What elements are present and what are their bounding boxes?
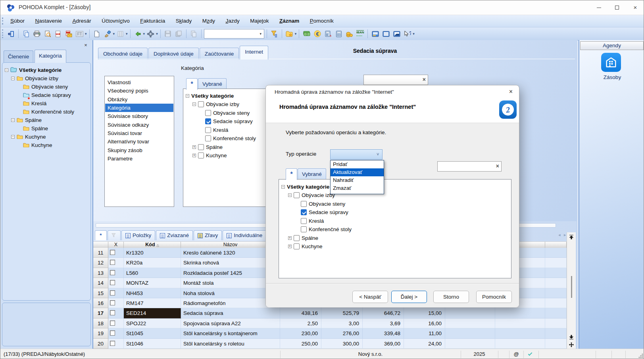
gear-icon[interactable]	[146, 29, 156, 39]
category-search-input[interactable]: ×	[363, 75, 428, 85]
copy-record-icon[interactable]	[189, 29, 199, 39]
maximize-button[interactable]	[608, 0, 626, 15]
tree-item[interactable]: −Všetky kategórie	[186, 92, 234, 100]
folder-favorites-dropdown-icon[interactable]: ▾	[295, 32, 297, 36]
close-button[interactable]: ×	[626, 0, 644, 15]
expand-icon[interactable]: +	[192, 145, 196, 149]
tree-item[interactable]: −Obývacie izby	[11, 74, 58, 83]
next-button[interactable]: Ďalej >	[391, 291, 427, 303]
expand-icon[interactable]: +	[288, 245, 292, 248]
columns-dropdown-icon[interactable]: ▾	[126, 32, 128, 36]
checkbox-checked[interactable]	[301, 209, 307, 215]
back-dropdown-icon[interactable]: ▾	[143, 32, 145, 36]
tree-item[interactable]: Sedacie súpravy	[299, 208, 348, 216]
tree-item[interactable]: −Obývacie izby	[192, 100, 239, 108]
option-aktualizovat-selected[interactable]: Aktualizovať	[331, 168, 384, 176]
checkbox-unchecked[interactable]	[301, 218, 307, 224]
collapse-icon[interactable]: −	[288, 193, 292, 197]
tree-item[interactable]: Konferenčné stoly	[23, 108, 74, 116]
collapse-icon[interactable]: −	[5, 68, 8, 72]
expand-icon[interactable]: +	[192, 154, 196, 157]
table-row[interactable]: 18SPOJ22Spojovacia súprava A222,503,003,…	[93, 318, 567, 328]
option-nahradit[interactable]: Nahradiť	[331, 176, 384, 184]
row-checkbox[interactable]	[110, 320, 115, 326]
menu-pomocnik[interactable]: Pomocník	[306, 15, 338, 27]
menu-nastavenie[interactable]: Nastavenie	[31, 15, 67, 27]
checkbox-unchecked[interactable]	[205, 110, 211, 116]
status-company[interactable]: Nový s.r.o.	[280, 349, 461, 359]
checkbox-unchecked[interactable]	[198, 152, 204, 158]
list-item[interactable]: Súvisiace odkazy	[105, 121, 173, 129]
row-checkbox[interactable]	[110, 280, 115, 285]
back-icon[interactable]	[133, 29, 143, 39]
chevron-down-icon[interactable]: ˅	[377, 152, 381, 156]
list-item[interactable]: Všeobecný popis	[105, 87, 173, 95]
menu-sklady[interactable]: Sklady	[171, 15, 196, 27]
tab-scroll-right-icon[interactable]: ▸	[564, 232, 566, 237]
tree-item[interactable]: Kreslá	[23, 99, 46, 108]
row-checkbox[interactable]	[110, 310, 115, 315]
collapse-icon[interactable]: −	[281, 185, 285, 189]
collapse-icon[interactable]: −	[192, 102, 196, 106]
pdf-icon[interactable]: PDF	[53, 29, 63, 39]
tree-item[interactable]: +Kuchyne	[192, 151, 227, 160]
tab-all-records[interactable]: *	[95, 230, 107, 240]
checkbox-unchecked[interactable]	[301, 226, 307, 232]
table-row-selected[interactable]: 17SED214Sedacia súprava438,16525,79646,7…	[93, 308, 567, 318]
row-checkbox[interactable]	[110, 250, 115, 255]
vertical-scrollbar[interactable]	[567, 232, 576, 349]
monitor-panel-icon[interactable]	[370, 29, 380, 39]
exit-icon[interactable]	[6, 29, 16, 39]
ft-export-dropdown-icon[interactable]: ▾	[85, 32, 87, 36]
tree-item[interactable]: Konferenčné stoly	[299, 225, 352, 234]
row-checkbox[interactable]	[110, 341, 115, 346]
tree-item[interactable]: Kreslá	[203, 126, 228, 134]
gear-dropdown-icon[interactable]: ▾	[156, 32, 158, 36]
row-checkbox[interactable]	[110, 260, 115, 265]
tree-item[interactable]: −Obývacie izby	[288, 191, 335, 199]
print-preview-icon[interactable]	[42, 29, 52, 39]
list-item[interactable]: Alternatívny tovar	[105, 137, 173, 146]
menu-mzdy[interactable]: Mzdy	[198, 15, 219, 27]
monitor-table-icon[interactable]	[381, 29, 391, 39]
combobox-dropdown-icon[interactable]: ▾	[258, 29, 264, 38]
list-item[interactable]: Súvisiaci tovar	[105, 129, 173, 137]
new-record-icon[interactable]	[92, 29, 102, 39]
scroll-first-record-icon[interactable]	[569, 235, 574, 239]
tab-internet[interactable]: Internet	[240, 46, 268, 60]
euro-icon[interactable]: €	[312, 29, 322, 39]
brush-icon[interactable]	[103, 29, 113, 39]
table-row[interactable]: 19St1045Stôl kancelársky s kontajnerom23…	[93, 328, 567, 338]
menu-adresar[interactable]: Adresár	[68, 15, 96, 27]
table-row[interactable]: 20St1046Stôl kancelársky s roletou250,00…	[93, 339, 567, 349]
tree-item[interactable]: Obývacie steny	[299, 200, 345, 208]
scrollbar-thumb[interactable]	[571, 276, 572, 298]
tree-item[interactable]: Kuchyne	[23, 141, 52, 149]
collapse-icon[interactable]: −	[11, 77, 15, 80]
list-item-selected[interactable]: Kategória	[105, 104, 173, 112]
operation-type-combobox[interactable]: ˅	[330, 149, 383, 160]
row-checkbox[interactable]	[110, 330, 115, 336]
minimize-button[interactable]	[590, 0, 608, 15]
tab-clenenie[interactable]: Členenie	[4, 50, 33, 62]
menu-jazdy[interactable]: Jazdy	[221, 15, 244, 27]
help-dropdown-icon[interactable]: ▾	[413, 32, 415, 36]
menu-fakturacia[interactable]: Fakturácia	[136, 15, 169, 27]
list-item[interactable]: Skupiny zásob	[105, 146, 173, 154]
list-item[interactable]: Súvisiace súbory	[105, 112, 173, 120]
checkbox-unchecked[interactable]	[294, 235, 300, 241]
filter-icon[interactable]	[269, 29, 279, 39]
zasoby-agenda-label[interactable]: Zásoby	[579, 74, 644, 80]
checkbox-unchecked[interactable]	[198, 144, 204, 150]
checkbox-checked[interactable]	[205, 118, 211, 124]
toolbar-grip[interactable]	[2, 29, 3, 38]
tree-item[interactable]: −Spálne	[11, 116, 42, 124]
header-x[interactable]: X	[108, 241, 124, 248]
menu-grip[interactable]	[2, 17, 3, 25]
save-icon[interactable]	[163, 29, 173, 39]
tree-item[interactable]: Spálne	[23, 124, 48, 133]
row-checkbox[interactable]	[110, 290, 115, 295]
cash-icon[interactable]: 0	[302, 29, 311, 39]
help-cursor-icon[interactable]: ?	[402, 29, 412, 39]
tree-item[interactable]: Sedacie súpravy	[203, 117, 253, 125]
